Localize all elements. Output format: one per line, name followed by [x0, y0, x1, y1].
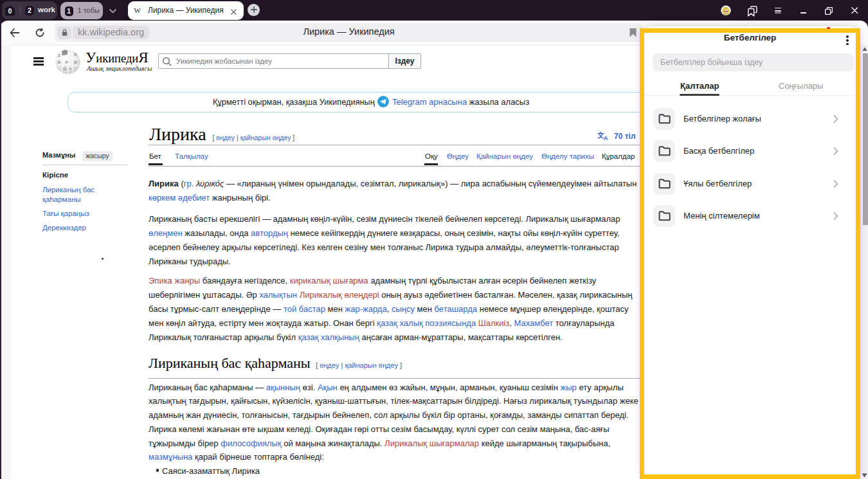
- svg-text:A: A: [604, 135, 608, 141]
- svg-text:B: B: [58, 60, 60, 64]
- svg-text:И: И: [74, 60, 77, 64]
- svg-text:Д: Д: [58, 53, 60, 57]
- svg-text:ን: ን: [69, 67, 71, 71]
- svg-text:山: 山: [63, 66, 67, 70]
- svg-text:Ω: Ω: [66, 60, 69, 64]
- svg-text:N: N: [74, 53, 77, 57]
